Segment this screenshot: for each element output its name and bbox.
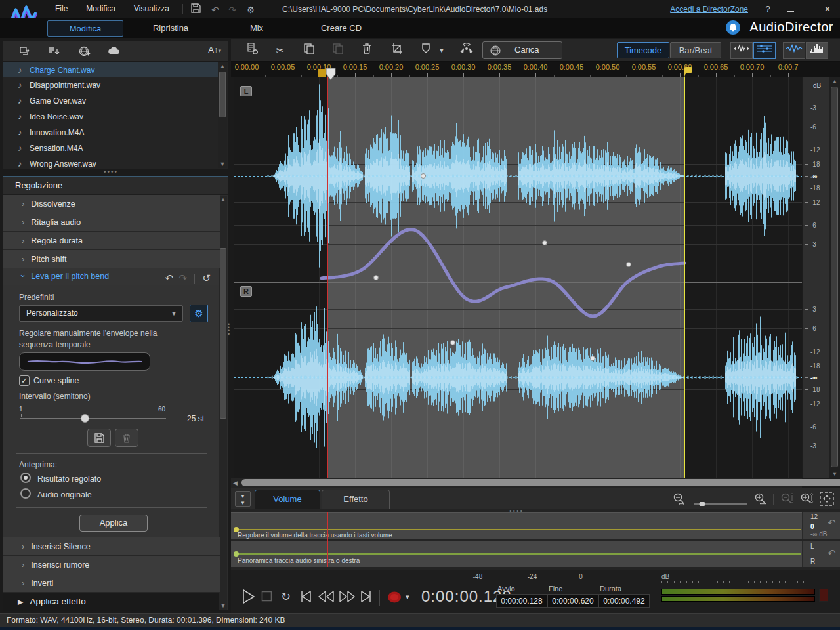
waveform-editor[interactable] bbox=[234, 77, 802, 478]
rewind-button[interactable] bbox=[318, 591, 335, 608]
volume-track[interactable]: Regolare il volume della traccia usando … bbox=[231, 512, 802, 539]
tab-volume[interactable]: Volume bbox=[255, 490, 320, 509]
mode-tab-creare-cd[interactable]: Creare CD bbox=[297, 20, 386, 37]
fast-forward-button[interactable] bbox=[339, 591, 356, 608]
menu-visualizza[interactable]: Visualizza bbox=[125, 0, 178, 17]
menu-modifica[interactable]: Modifica bbox=[77, 0, 125, 17]
section-ritaglia-audio[interactable]: ›Ritaglia audio bbox=[3, 213, 220, 232]
interval-slider-thumb[interactable] bbox=[81, 414, 89, 423]
tab-effect[interactable]: Effetto bbox=[322, 490, 390, 509]
section-undo-icon[interactable]: ↶ bbox=[165, 272, 174, 284]
fit-to-screen-icon[interactable] bbox=[819, 491, 835, 509]
save-preset-button[interactable] bbox=[87, 429, 111, 447]
pan-reset-icon[interactable]: ↶ bbox=[828, 547, 836, 559]
waveform-view-button[interactable] bbox=[783, 42, 805, 59]
apply-button[interactable]: Applica bbox=[79, 514, 148, 532]
cloud-icon[interactable] bbox=[106, 44, 123, 60]
radio-adjusted-result[interactable] bbox=[20, 472, 31, 483]
media-list-scrollbar[interactable]: ▲ ▼ bbox=[218, 62, 227, 168]
loop-button[interactable]: ↻ bbox=[281, 589, 298, 606]
envelope-tool-button[interactable] bbox=[753, 42, 776, 59]
section-inverti[interactable]: ›Inverti bbox=[3, 574, 220, 593]
barbeat-toggle[interactable]: Bar/Beat bbox=[670, 42, 721, 58]
zoom-in-horizontal-icon[interactable] bbox=[753, 492, 768, 508]
directorzone-signin-link[interactable]: Accedi a DirectorZone bbox=[670, 5, 748, 14]
section-inserisci-silence[interactable]: ›Inserisci Silence bbox=[3, 537, 220, 556]
mode-tab-ripristina[interactable]: Ripristina bbox=[125, 20, 217, 37]
record-button[interactable] bbox=[386, 591, 403, 608]
properties-icon[interactable] bbox=[243, 43, 262, 58]
record-dropdown-icon[interactable]: ▾ bbox=[406, 593, 423, 610]
selection-end-marker[interactable] bbox=[684, 67, 696, 81]
trim-icon[interactable] bbox=[387, 43, 407, 58]
waveform-hscrollbar[interactable]: ◀ bbox=[231, 478, 802, 488]
timecode-toggle[interactable]: Timecode bbox=[617, 42, 669, 58]
preset-gear-button[interactable]: ⚙ bbox=[190, 304, 208, 322]
volume-track-hint: Regolare il volume della traccia usando … bbox=[238, 532, 392, 539]
library-file-row[interactable]: ♪Innovation.M4A bbox=[3, 125, 220, 140]
help-button[interactable]: ? bbox=[761, 4, 774, 14]
minimize-button[interactable] bbox=[782, 3, 799, 16]
field-durata[interactable]: 0:00:00.492 bbox=[598, 594, 650, 608]
collapse-panel-button[interactable]: ▼▼ bbox=[235, 491, 251, 507]
import-file-icon[interactable] bbox=[16, 44, 33, 60]
go-to-start-button[interactable] bbox=[299, 591, 316, 608]
section-regola-durata[interactable]: ›Regola durata bbox=[3, 232, 220, 250]
copy-icon[interactable] bbox=[299, 43, 319, 58]
library-file-row[interactable]: ♪Charge Chant.wav bbox=[3, 62, 220, 77]
surround-icon[interactable] bbox=[457, 43, 476, 58]
sort-button[interactable]: A↑▾ bbox=[208, 45, 221, 54]
spectral-view-button[interactable] bbox=[806, 42, 828, 59]
library-file-row[interactable]: ♪Idea Noise.wav bbox=[3, 109, 220, 125]
section-reset-icon[interactable]: ↺ bbox=[202, 272, 211, 284]
menu-file[interactable]: File bbox=[46, 0, 77, 17]
volume-reset-icon[interactable]: ↶ bbox=[828, 517, 836, 529]
section-pitch-shift[interactable]: ›Pitch shift bbox=[3, 250, 220, 268]
paste-icon[interactable] bbox=[328, 43, 348, 58]
interval-slider[interactable] bbox=[20, 418, 166, 419]
download-from-web-icon[interactable] bbox=[75, 44, 93, 60]
zoom-out-vertical-icon[interactable] bbox=[780, 492, 794, 508]
panel-splitter-handle[interactable]: •••• bbox=[104, 168, 118, 175]
section-apply-effect[interactable]: ▶Applica effetto bbox=[3, 593, 220, 611]
delete-preset-button[interactable] bbox=[115, 429, 138, 447]
save-icon[interactable] bbox=[188, 1, 203, 16]
redo-icon[interactable]: ↷ bbox=[224, 3, 240, 17]
field-fine[interactable]: 0:00:00.620 bbox=[547, 594, 598, 608]
marker-dropdown-icon[interactable]: ▼ bbox=[432, 43, 452, 58]
section-pitch-bend[interactable]: ›Leva per il pitch bend ↶ ↷ ↺ bbox=[3, 267, 220, 285]
section-dissolvenze[interactable]: ›Dissolvenze bbox=[3, 195, 220, 213]
cut-scissors-icon[interactable]: ✂ bbox=[270, 43, 290, 58]
library-file-row[interactable]: ♪Game Over.wav bbox=[3, 93, 220, 109]
pan-track[interactable]: Panoramica traccia audio sinistra o dest… bbox=[231, 541, 802, 567]
vertical-splitter-handle[interactable]: •••• bbox=[228, 323, 230, 336]
library-file-row[interactable]: ♪Disappointment.wav bbox=[3, 77, 220, 93]
field-avvio[interactable]: 0:00:00.128 bbox=[496, 594, 547, 608]
stop-button[interactable] bbox=[261, 591, 278, 608]
waveform-vscrollbar[interactable]: ▲ ▼ bbox=[830, 77, 840, 478]
notification-bell-icon[interactable] bbox=[726, 20, 740, 35]
settings-gear-icon[interactable]: ⚙ bbox=[243, 3, 259, 17]
section-redo-icon[interactable]: ↷ bbox=[179, 272, 188, 284]
library-file-row[interactable]: ♪Sensation.M4A bbox=[3, 140, 220, 156]
playhead-marker[interactable] bbox=[318, 68, 337, 84]
go-to-end-button[interactable] bbox=[360, 591, 377, 608]
spline-checkbox[interactable]: ✓ bbox=[19, 375, 30, 386]
zoom-in-vertical-icon[interactable] bbox=[799, 492, 814, 508]
play-button[interactable] bbox=[242, 589, 259, 606]
preset-select[interactable]: Personalizzato▼ bbox=[19, 305, 183, 322]
undo-icon[interactable]: ↶ bbox=[207, 3, 223, 17]
upload-button[interactable]: Carica bbox=[482, 41, 562, 59]
library-file-row[interactable]: ♪Wrong Answer.wav bbox=[3, 156, 220, 169]
mode-tab-modifica[interactable]: Modifica bbox=[47, 20, 123, 37]
zoom-slider[interactable] bbox=[694, 497, 747, 509]
mode-tab-mix[interactable]: Mix bbox=[218, 20, 295, 37]
stretch-tool-button[interactable] bbox=[730, 42, 753, 59]
radio-original-audio[interactable] bbox=[20, 488, 31, 499]
import-folder-icon[interactable] bbox=[45, 44, 62, 60]
zoom-out-horizontal-icon[interactable] bbox=[672, 492, 686, 508]
restore-button[interactable] bbox=[801, 3, 818, 16]
section-inserisci-rumore[interactable]: ›Inserisci rumore bbox=[3, 556, 220, 574]
delete-icon[interactable] bbox=[357, 43, 377, 58]
close-button[interactable]: × bbox=[819, 3, 836, 16]
